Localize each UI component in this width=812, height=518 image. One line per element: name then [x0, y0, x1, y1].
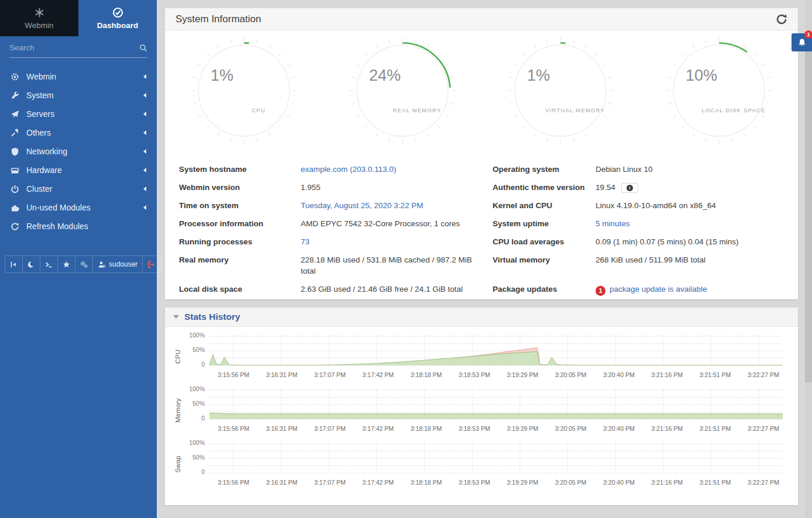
info-link[interactable]: 5 minutes	[596, 219, 630, 228]
dashboard-check-icon	[112, 7, 123, 18]
refresh-icon	[11, 222, 19, 231]
info-value: 2.63 GiB used / 21.46 GiB free / 24.1 Gi…	[301, 280, 488, 299]
search-icon	[139, 44, 147, 52]
sidebar-item-un-used-modules[interactable]: Un-used Modules	[0, 198, 157, 217]
svg-text:VIRTUAL MEMORY: VIRTUAL MEMORY	[546, 107, 605, 113]
tab-dashboard[interactable]: Dashboard	[78, 0, 157, 36]
info-value: AMD EPYC 7542 32-Core Processor, 1 cores	[301, 215, 488, 233]
tab-webmin-label: Webmin	[25, 21, 53, 30]
system-information-panel: System Information 1%CPU24%REAL MEMORY1%…	[165, 8, 798, 299]
x-tick-label: 3:16:31 PM	[266, 425, 298, 432]
y-tick-label: 100%	[189, 439, 205, 446]
x-tick-label: 3:18:18 PM	[411, 479, 442, 486]
x-tick-label: 3:20:05 PM	[555, 425, 587, 432]
favorites-button[interactable]	[58, 256, 75, 272]
info-label: Virtual memory	[493, 251, 591, 280]
caret-left-icon	[143, 112, 146, 116]
chart-y-axis-title: CPU	[172, 334, 184, 379]
info-value: 1package update is available	[596, 280, 784, 299]
package-count-badge: 1	[596, 286, 605, 296]
chart-x-tick-labels: 3:15:56 PM3:16:31 PM3:17:07 PM3:17:42 PM…	[209, 369, 787, 379]
search-input[interactable]	[9, 43, 139, 52]
gauge-virtual-memory: 1%VIRTUAL MEMORY	[506, 36, 615, 147]
info-label: CPU load averages	[493, 233, 591, 251]
x-tick-label: 3:17:42 PM	[362, 479, 394, 486]
paper-plane-icon	[11, 110, 19, 119]
stats-history-header[interactable]: Stats History	[165, 308, 798, 327]
info-link[interactable]: package update is available	[610, 285, 707, 293]
y-tick-label: 50%	[192, 346, 205, 353]
night-mode-button[interactable]	[23, 256, 40, 272]
x-tick-label: 3:22:27 PM	[748, 479, 779, 486]
x-tick-label: 3:21:51 PM	[700, 479, 731, 486]
svg-text:REAL MEMORY: REAL MEMORY	[393, 107, 441, 113]
x-tick-label: 3:18:18 PM	[411, 425, 442, 432]
svg-text:1%: 1%	[211, 67, 233, 84]
info-label: System uptime	[493, 215, 591, 233]
main-content: System Information 1%CPU24%REAL MEMORY1%…	[157, 0, 812, 518]
chart-y-axis-title-text: Memory	[174, 398, 181, 423]
chart-x-tick-labels: 3:15:56 PM3:16:31 PM3:17:07 PM3:17:42 PM…	[209, 423, 787, 433]
chart-plot: 3:15:56 PM3:16:31 PM3:17:07 PM3:17:42 PM…	[209, 388, 787, 433]
collapse-sidebar-button[interactable]	[5, 256, 23, 272]
user-button[interactable]: sudouser	[93, 256, 143, 272]
collapse-icon	[10, 261, 18, 268]
sidebar-item-label: Un-used Modules	[26, 203, 143, 212]
gauge-cpu: 1%CPU	[190, 36, 298, 147]
page-title: System Information	[176, 13, 261, 25]
info-value: 228.18 MiB used / 531.8 MiB cached / 987…	[301, 251, 488, 280]
scrollbar-thumb[interactable]	[805, 51, 812, 382]
x-tick-label: 3:15:56 PM	[218, 371, 249, 378]
y-tick-label: 100%	[189, 331, 205, 339]
user-icon	[98, 261, 105, 268]
logout-icon	[147, 261, 155, 268]
sidebar-item-servers[interactable]: Servers	[0, 105, 157, 123]
notifications-button[interactable]: 1	[792, 33, 812, 51]
chart-plot: 3:15:56 PM3:16:31 PM3:17:07 PM3:17:42 PM…	[209, 441, 787, 487]
sidebar-item-label: Networking	[26, 147, 143, 156]
x-tick-label: 3:19:29 PM	[507, 479, 538, 486]
info-label: Running processes	[179, 233, 296, 251]
y-tick-label: 0	[201, 415, 205, 422]
caret-left-icon	[143, 93, 146, 98]
sidebar-item-webmin[interactable]: Webmin	[0, 67, 157, 86]
tab-webmin[interactable]: Webmin	[0, 0, 78, 36]
sidebar-item-label: Servers	[26, 109, 143, 119]
sidebar-item-others[interactable]: Others	[0, 123, 157, 142]
info-link[interactable]: example.com (203.0.113.0)	[301, 165, 396, 174]
sidebar-item-system[interactable]: System	[0, 86, 157, 105]
x-tick-label: 3:20:40 PM	[603, 425, 635, 432]
info-label: Webmin version	[179, 178, 296, 196]
sidebar-item-hardware[interactable]: Hardware	[0, 161, 157, 179]
chart-y-tick-labels: 100%50%0	[184, 388, 209, 433]
svg-text:LOCAL DISK SPACE: LOCAL DISK SPACE	[701, 107, 765, 113]
chart-plot: 3:15:56 PM3:16:31 PM3:17:07 PM3:17:42 PM…	[209, 334, 787, 379]
y-tick-label: 50%	[192, 400, 205, 407]
x-tick-label: 3:16:31 PM	[266, 479, 298, 486]
sidebar-item-refresh-modules[interactable]: Refresh Modules	[0, 217, 157, 236]
y-tick-label: 0	[201, 468, 205, 475]
system-information-header: System Information	[165, 8, 798, 30]
svg-text:10%: 10%	[686, 67, 717, 84]
x-tick-label: 3:20:05 PM	[555, 479, 587, 486]
stats-history-panel: Stats History CPU100%50%03:15:56 PM3:16:…	[165, 308, 798, 505]
info-value: 1.955	[301, 178, 488, 196]
sidebar-tabs: Webmin Dashboard	[0, 0, 157, 36]
info-label: Processor information	[179, 215, 296, 233]
theme-info-chip[interactable]	[621, 183, 638, 193]
terminal-button[interactable]	[40, 256, 58, 272]
x-tick-label: 3:18:53 PM	[459, 371, 490, 378]
sidebar-item-networking[interactable]: Networking	[0, 142, 157, 161]
info-label: Time on system	[179, 196, 296, 215]
refresh-page-icon[interactable]	[776, 13, 787, 25]
settings-button[interactable]	[75, 256, 93, 272]
info-link[interactable]: 73	[301, 237, 309, 246]
sidebar-item-cluster[interactable]: Cluster	[0, 179, 157, 198]
tab-dashboard-label: Dashboard	[97, 21, 139, 30]
x-tick-label: 3:17:07 PM	[314, 371, 346, 378]
info-link[interactable]: Tuesday, August 25, 2020 3:22 PM	[301, 201, 423, 210]
info-label: Package updates	[493, 280, 591, 299]
sidebar-bottom-toolbar: sudouser	[5, 255, 160, 273]
y-tick-label: 0	[201, 361, 205, 368]
sidebar-item-label: System	[26, 91, 143, 100]
